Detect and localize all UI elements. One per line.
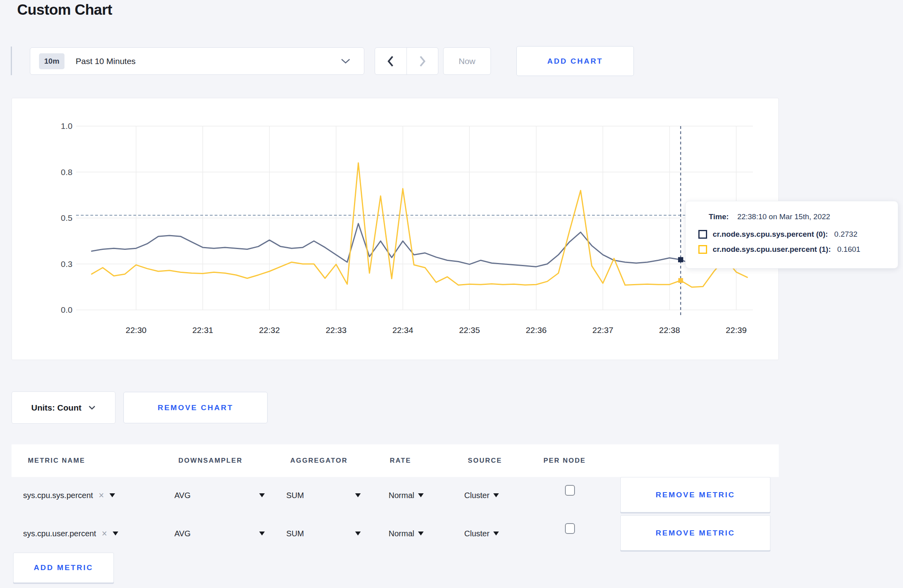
source-value: Cluster [464,491,489,500]
dropdown-caret-icon [259,532,265,535]
custom-chart-page: Custom Chart 10m Past 10 Minutes Now ADD… [0,0,903,588]
tooltip-series-name: cr.node.sys.cpu.user.percent (1): [713,245,831,254]
svg-text:22:38: 22:38 [659,325,680,335]
rate-value: Normal [389,529,414,538]
dropdown-caret-icon [418,493,424,497]
header-per-node: PER NODE [543,457,586,465]
svg-text:22:33: 22:33 [326,325,347,335]
tooltip-series-name: cr.node.sys.cpu.sys.percent (0): [713,230,828,239]
chevron-down-icon [88,405,96,410]
dropdown-caret-icon [493,493,499,497]
chevron-left-icon [387,56,394,67]
dropdown-caret-icon[interactable] [109,493,115,497]
prev-time-button[interactable] [375,48,407,74]
svg-text:1.0: 1.0 [61,121,72,130]
metric-name-field[interactable]: sys.cpu.sys.percent × [23,477,115,514]
next-time-button[interactable] [407,48,438,74]
dropdown-caret-icon [259,493,265,497]
svg-text:22:30: 22:30 [125,325,147,335]
svg-text:22:31: 22:31 [192,325,213,335]
svg-text:0.5: 0.5 [61,213,72,222]
downsampler-value: AVG [174,491,191,500]
svg-text:22:36: 22:36 [526,325,547,335]
downsampler-select[interactable]: AVG [174,515,265,552]
svg-text:22:39: 22:39 [726,325,747,335]
downsampler-value: AVG [174,529,191,538]
svg-text:22:34: 22:34 [392,325,413,335]
time-pager [375,47,438,75]
time-range-label: Past 10 Minutes [76,56,136,66]
dropdown-caret-icon[interactable] [113,532,118,535]
metric-name-field[interactable]: sys.cpu.user.percent × [23,515,118,552]
add-chart-button[interactable]: ADD CHART [516,46,634,76]
svg-text:22:35: 22:35 [459,325,480,335]
aggregator-select[interactable]: SUM [286,477,361,514]
units-label: Units: Count [31,403,82,413]
per-node-checkbox[interactable] [565,485,575,496]
aggregator-value: SUM [286,529,304,538]
rate-select[interactable]: Normal [389,477,424,514]
chart-panel: 0.00.30.50.81.022:3022:3122:3222:3322:34… [12,98,779,360]
tooltip-time-row: Time: 22:38:10 on Mar 15th, 2022 [709,212,890,221]
chevron-right-icon [419,56,426,67]
svg-text:0.3: 0.3 [61,259,72,269]
svg-text:0.0: 0.0 [61,305,72,314]
header-rate: RATE [390,457,411,465]
metric-name-value: sys.cpu.sys.percent [23,491,93,500]
user-series-swatch-icon [698,245,707,254]
metric-name-value: sys.cpu.user.percent [23,529,96,538]
metric-row: sys.cpu.user.percent × AVG SUM Normal Cl… [12,515,779,552]
sys-series-swatch-icon [698,230,707,239]
header-downsampler: DOWNSAMPLER [178,457,242,465]
chart-tooltip: Time: 22:38:10 on Mar 15th, 2022 cr.node… [685,201,898,269]
rate-value: Normal [389,491,414,500]
dropdown-caret-icon [493,532,499,535]
now-button[interactable]: Now [443,47,491,75]
source-select[interactable]: Cluster [464,477,499,514]
toolbar-divider [11,47,12,75]
units-dropdown[interactable]: Units: Count [12,391,115,424]
dropdown-caret-icon [418,532,424,535]
tooltip-time-value: 22:38:10 on Mar 15th, 2022 [737,212,830,221]
source-select[interactable]: Cluster [464,515,499,552]
clear-metric-icon[interactable]: × [99,491,104,500]
time-range-badge: 10m [39,53,64,69]
aggregator-select[interactable]: SUM [286,515,361,552]
header-metric-name: METRIC NAME [28,457,85,465]
tooltip-series-value: 0.1601 [837,245,860,254]
dropdown-caret-icon [355,493,361,497]
add-metric-button[interactable]: ADD METRIC [13,553,114,583]
svg-text:0.8: 0.8 [61,167,72,177]
aggregator-value: SUM [286,491,304,500]
header-aggregator: AGGREGATOR [290,457,348,465]
tooltip-series-row: cr.node.sys.cpu.sys.percent (0): 0.2732 [698,230,890,239]
clear-metric-icon[interactable]: × [102,529,107,538]
tooltip-time-label: Time: [709,212,729,221]
source-value: Cluster [464,529,489,538]
per-node-checkbox[interactable] [565,523,575,534]
remove-metric-button[interactable]: REMOVE METRIC [620,515,770,551]
time-range-selector[interactable]: 10m Past 10 Minutes [30,47,364,75]
svg-text:22:37: 22:37 [592,325,614,335]
remove-metric-button[interactable]: REMOVE METRIC [620,477,770,512]
rate-select[interactable]: Normal [389,515,424,552]
svg-text:22:32: 22:32 [259,325,280,335]
metrics-table-header: METRIC NAME DOWNSAMPLER AGGREGATOR RATE … [12,444,779,477]
downsampler-select[interactable]: AVG [174,477,265,514]
page-title: Custom Chart [17,2,112,18]
metric-row: sys.cpu.sys.percent × AVG SUM Normal Clu… [12,477,779,514]
tooltip-series-row: cr.node.sys.cpu.user.percent (1): 0.1601 [698,245,890,254]
chevron-down-icon [341,58,350,64]
tooltip-series-value: 0.2732 [834,230,857,239]
line-chart[interactable]: 0.00.30.50.81.022:3022:3122:3222:3322:34… [12,98,778,360]
remove-chart-button[interactable]: REMOVE CHART [123,392,268,423]
dropdown-caret-icon [355,532,361,535]
header-source: SOURCE [468,457,502,465]
